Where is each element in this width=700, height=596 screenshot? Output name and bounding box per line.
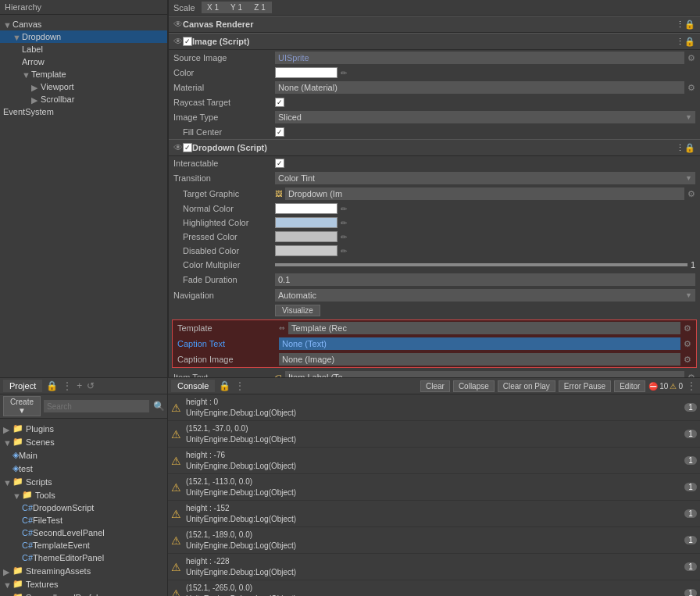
target-graphic-icon: 🖼	[275, 190, 282, 198]
dropdown-script-lock-icon[interactable]: 🔒	[684, 143, 695, 153]
raycast-checkbox[interactable]	[275, 98, 284, 107]
log-entry-5[interactable]: ⚠ height : -152 UnityEngine.Debug:Log(Ob…	[168, 501, 700, 527]
hierarchy-item-dropdown[interactable]: ▼ Dropdown	[0, 30, 167, 43]
search-icon[interactable]: 🔍	[152, 400, 166, 412]
image-enabled-checkbox[interactable]	[183, 37, 192, 46]
item-text-field[interactable]: Item Label (Te	[285, 371, 684, 377]
dropdown-enabled-checkbox[interactable]	[183, 143, 192, 152]
material-cog[interactable]: ⚙	[688, 83, 695, 93]
editor-button[interactable]: Editor	[614, 380, 645, 392]
scale-z-input[interactable]	[248, 2, 272, 13]
project-refresh-icon[interactable]: ↺	[86, 380, 95, 392]
project-templateevent[interactable]: C# TemplateEvent	[0, 539, 167, 551]
log-entry-1[interactable]: ⚠ height : 0 UnityEngine.Debug:Log(Objec…	[168, 394, 700, 421]
normal-color-pencil[interactable]: ✏	[341, 205, 347, 213]
project-test[interactable]: ◈ test	[0, 462, 167, 475]
eye-icon[interactable]: 👁	[173, 19, 183, 30]
log-entry-7[interactable]: ⚠ height : -228 UnityEngine.Debug:Log(Ob…	[168, 554, 700, 580]
project-tools[interactable]: ▼ 📁 Tools	[0, 488, 167, 501]
project-secondlevelprefabs[interactable]: ▼ 📁 SecondLevelPrefabs	[0, 591, 167, 596]
transition-field[interactable]: Color Tint ▼	[275, 172, 695, 184]
log-entry-8[interactable]: ⚠ (152.1, -265.0, 0.0) UnityEngine.Debug…	[168, 580, 700, 596]
project-themeeditorpanel[interactable]: C# ThemeEditorPanel	[0, 551, 167, 564]
hierarchy-item-scrollbar[interactable]: ▶ Scrollbar	[0, 93, 167, 105]
color-pencil-icon[interactable]: ✏	[341, 69, 347, 77]
project-streamingassets[interactable]: ▶ 📁 StreamingAssets	[0, 564, 167, 577]
visualize-button[interactable]: Visualize	[275, 305, 320, 316]
project-secondlevelpanel[interactable]: C# SecondLevelPanel	[0, 526, 167, 539]
image-script-lock-icon[interactable]: 🔒	[684, 37, 695, 47]
project-scenes[interactable]: ▼ 📁 Scenes	[0, 435, 167, 448]
project-menu-icon[interactable]: ⋮	[62, 380, 73, 392]
collapse-button[interactable]: Collapse	[453, 380, 495, 392]
dropdown-script-menu-icon[interactable]: ⋮	[676, 143, 684, 153]
clear-on-play-button[interactable]: Clear on Play	[498, 380, 555, 392]
material-field[interactable]: None (Material)	[275, 81, 684, 94]
color-swatch[interactable]	[275, 67, 338, 78]
project-lock-icon[interactable]: 🔒	[45, 380, 59, 392]
image-script-menu-icon[interactable]: ⋮	[676, 37, 684, 47]
target-graphic-field[interactable]: Dropdown (Im	[285, 187, 684, 200]
source-image-field[interactable]: UISprite	[275, 52, 684, 64]
project-search-input[interactable]	[44, 400, 149, 412]
project-textures[interactable]: ▼ 📁 Textures	[0, 577, 167, 591]
transition-row: Transition Color Tint ▼	[169, 170, 700, 186]
image-type-field[interactable]: Sliced ▼	[275, 111, 695, 123]
error-pause-button[interactable]: Error Pause	[559, 380, 611, 392]
project-tab[interactable]: Project	[3, 380, 42, 392]
log-entry-4[interactable]: ⚠ (152.1, -113.0, 0.0) UnityEngine.Debug…	[168, 474, 700, 501]
interactable-checkbox[interactable]	[275, 159, 284, 168]
transition-label: Transition	[173, 173, 275, 183]
template-field[interactable]: Template (Rec	[288, 322, 680, 334]
highlighted-color-pencil[interactable]: ✏	[341, 219, 347, 227]
clear-button[interactable]: Clear	[420, 380, 450, 392]
fill-center-checkbox[interactable]	[275, 127, 284, 137]
scale-x-input[interactable]	[202, 2, 225, 13]
normal-color-swatch[interactable]	[275, 203, 338, 214]
disabled-color-swatch[interactable]	[275, 245, 338, 256]
highlighted-color-swatch[interactable]	[275, 217, 338, 228]
target-graphic-cog[interactable]: ⚙	[688, 189, 695, 199]
console-menu-icon[interactable]: ⋮	[234, 380, 245, 392]
target-graphic-label: Target Graphic	[173, 189, 275, 198]
hierarchy-item-viewport[interactable]: ▶ Viewport	[0, 80, 167, 93]
console-tab[interactable]: Console	[171, 380, 215, 392]
project-dropdownscript[interactable]: C# DropdownScript	[0, 501, 167, 514]
canvas-renderer-menu-icon[interactable]: ⋮	[676, 20, 684, 30]
disabled-color-pencil[interactable]: ✏	[341, 247, 347, 255]
color-multiplier-slider[interactable]	[275, 263, 688, 266]
hierarchy-item-eventsystem[interactable]: EventSystem	[0, 105, 167, 118]
log-4-text: (152.1, -113.0, 0.0) UnityEngine.Debug:L…	[186, 476, 684, 498]
fade-duration-input[interactable]	[275, 273, 695, 286]
warning-count-num: 0	[678, 382, 683, 391]
project-plugins[interactable]: ▶ 📁 Plugins	[0, 422, 167, 435]
navigation-field[interactable]: Automatic ▼	[275, 289, 695, 302]
project-filetest[interactable]: C# FileTest	[0, 514, 167, 526]
hierarchy-item-canvas[interactable]: ▼ Canvas	[0, 18, 167, 30]
hierarchy-item-label[interactable]: Label	[0, 43, 167, 55]
scale-y-input[interactable]	[225, 2, 248, 13]
project-scripts[interactable]: ▼ 📁 Scripts	[0, 475, 167, 488]
project-main[interactable]: ◈ Main	[0, 448, 167, 462]
pressed-color-swatch[interactable]	[275, 231, 338, 242]
template-cog[interactable]: ⚙	[684, 323, 691, 334]
log-entry-6[interactable]: ⚠ (152.1, -189.0, 0.0) UnityEngine.Debug…	[168, 527, 700, 554]
console-overflow-icon[interactable]: ⋮	[686, 380, 697, 392]
caption-image-field[interactable]: None (Image)	[279, 353, 680, 366]
caption-text-cog[interactable]: ⚙	[684, 339, 691, 349]
hierarchy-item-template[interactable]: ▼ Template	[0, 68, 167, 80]
pressed-color-pencil[interactable]: ✏	[341, 233, 347, 241]
source-image-cog[interactable]: ⚙	[688, 53, 695, 63]
log-entry-2[interactable]: ⚠ (152.1, -37.0, 0.0) UnityEngine.Debug:…	[168, 421, 700, 448]
image-eye-icon[interactable]: 👁	[173, 36, 183, 47]
create-button[interactable]: Create ▼	[3, 396, 41, 416]
canvas-renderer-lock-icon[interactable]: 🔒	[684, 20, 695, 30]
caption-image-cog[interactable]: ⚙	[684, 355, 691, 365]
log-entry-3[interactable]: ⚠ height : -76 UnityEngine.Debug:Log(Obj…	[168, 448, 700, 474]
project-add-icon[interactable]: +	[76, 380, 83, 392]
main-label: Main	[19, 451, 38, 460]
dropdown-eye-icon[interactable]: 👁	[173, 142, 183, 153]
caption-text-field[interactable]: None (Text)	[279, 337, 680, 350]
hierarchy-item-arrow[interactable]: Arrow	[0, 55, 167, 68]
console-lock-icon[interactable]: 🔒	[218, 380, 231, 392]
